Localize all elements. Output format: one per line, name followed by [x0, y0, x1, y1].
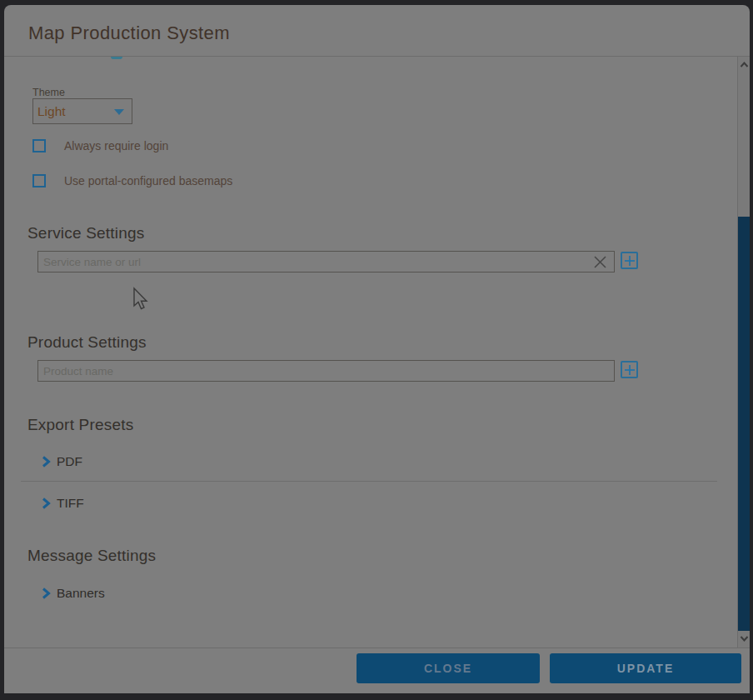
plus-icon [625, 365, 635, 375]
service-settings-heading: Service Settings [27, 224, 145, 242]
map-production-system-dialog: Map Production System Theme Light Always… [4, 5, 750, 693]
scroll-down-icon[interactable] [739, 632, 750, 644]
theme-select[interactable]: Light [32, 98, 132, 124]
always-login-label: Always require login [64, 139, 168, 152]
product-settings-heading: Product Settings [27, 333, 147, 352]
dialog-title: Map Production System [28, 22, 230, 44]
scroll-up-icon[interactable] [739, 59, 750, 71]
chevron-right-icon [42, 588, 51, 599]
close-button[interactable]: CLOSE [357, 653, 540, 683]
product-name-input[interactable] [37, 360, 615, 382]
export-preset-tiff[interactable]: TIFF [42, 495, 84, 512]
portal-basemaps-label: Use portal-configured basemaps [64, 174, 232, 188]
export-presets-heading: Export Presets [27, 416, 133, 434]
message-banners-label: Banners [57, 586, 105, 601]
service-name-input[interactable] [37, 251, 615, 272]
portal-basemaps-checkbox[interactable] [32, 174, 46, 188]
footer-divider [4, 648, 750, 648]
checkbox-row-always-login: Always require login [32, 138, 168, 153]
message-settings-heading: Message Settings [27, 547, 156, 565]
export-preset-pdf[interactable]: PDF [42, 453, 82, 470]
message-banners[interactable]: Banners [42, 585, 105, 602]
plus-icon [625, 256, 635, 266]
vertical-scrollbar[interactable] [737, 57, 750, 648]
export-preset-pdf-label: PDF [57, 454, 82, 469]
partially-scrolled-element [111, 57, 122, 59]
chevron-down-icon [114, 109, 124, 115]
dialog-header: Map Production System [4, 5, 750, 56]
theme-label: Theme [32, 87, 65, 98]
add-product-button[interactable] [621, 361, 638, 378]
preset-divider [21, 481, 717, 482]
clear-icon[interactable] [593, 255, 607, 269]
screen: Map Production System Theme Light Always… [0, 0, 753, 700]
chevron-right-icon [42, 498, 51, 509]
checkbox-row-portal-basemaps: Use portal-configured basemaps [32, 173, 232, 188]
theme-select-value: Light [37, 104, 66, 119]
update-button[interactable]: UPDATE [550, 653, 741, 683]
add-service-button[interactable] [621, 252, 638, 269]
always-login-checkbox[interactable] [32, 139, 46, 152]
export-preset-tiff-label: TIFF [57, 496, 84, 511]
mouse-cursor [132, 287, 150, 312]
chevron-right-icon [42, 456, 51, 468]
scrollbar-thumb[interactable] [738, 217, 750, 631]
